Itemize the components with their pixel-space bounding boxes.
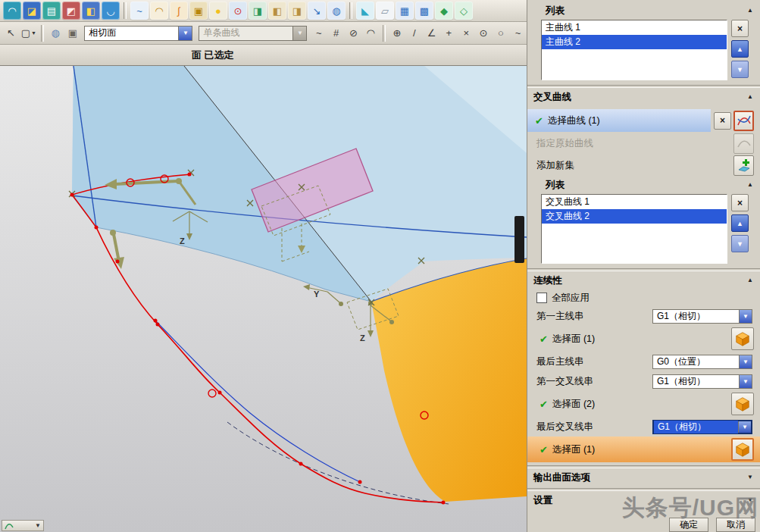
list-item-selected[interactable]: 交叉曲线 2 xyxy=(542,209,727,224)
collapse-arrow-icon[interactable]: ▲ xyxy=(744,92,756,102)
curve-mesh-icon[interactable]: ▩ xyxy=(415,2,433,20)
mesh-surface-icon[interactable]: ▦ xyxy=(396,2,414,20)
revolve-icon[interactable]: ◨ xyxy=(288,2,306,20)
four-point-surface-icon[interactable]: ◣ xyxy=(356,2,374,20)
move-down-button[interactable]: ▼ xyxy=(731,235,749,252)
svg-text:Z: Z xyxy=(180,236,185,246)
cross-curve-select-button[interactable] xyxy=(733,111,754,131)
deselect-curve-button[interactable]: × xyxy=(714,112,731,130)
select-face-3-row-active[interactable]: ✔ 选择面 (1) xyxy=(527,437,760,462)
surface-toolbar: ◠ ◪ ▤ ◩ ◧ ◡ ~ ◠ ∫ ▣ ● ⊙ ◨ ◧ ◨ ↘ ◍ ◣ ▱ ▦ … xyxy=(0,0,527,22)
chevron-down-icon[interactable]: ▼ xyxy=(739,310,752,323)
facet-body-icon[interactable]: ◇ xyxy=(455,2,473,20)
collapse-arrow-icon[interactable]: ▲ xyxy=(744,5,756,16)
follow-fillet-icon[interactable]: ◠ xyxy=(363,25,379,42)
remove-item-button[interactable]: × xyxy=(731,20,749,37)
move-up-button[interactable]: ▲ xyxy=(731,214,749,232)
extrude-icon[interactable]: ◧ xyxy=(268,2,286,20)
bridge-curve-icon[interactable]: ◠ xyxy=(150,2,168,20)
chevron-down-icon[interactable]: ▼ xyxy=(178,27,192,40)
select-face-1-button[interactable] xyxy=(731,327,754,350)
selection-toolbar: ↖ ▢▼ ◍ ▣ 相切面 ▼ 单条曲线 ▼ ~ # ⊘ ◠ ⊕ / ∠ + × … xyxy=(0,22,527,45)
primitive-block-icon[interactable]: ▣ xyxy=(189,2,208,20)
type-filter-combobox[interactable]: 相切面 ▼ xyxy=(84,26,192,41)
control-point-icon[interactable]: + xyxy=(441,25,457,42)
docked-bar-sliver[interactable] xyxy=(514,216,524,263)
ok-button[interactable]: 确定 xyxy=(669,518,708,532)
snap-point-icon[interactable]: ⊕ xyxy=(389,25,405,42)
swept-surface-icon[interactable]: ◪ xyxy=(23,2,41,20)
main-curve-list[interactable]: 主曲线 1 主曲线 2 xyxy=(541,20,727,80)
rectangle-select-icon[interactable]: ▢▼ xyxy=(20,25,37,42)
stop-at-intersection-icon[interactable]: ⊘ xyxy=(346,25,361,42)
single-curve-icon[interactable]: ~ xyxy=(311,25,327,42)
collapse-arrow-icon[interactable]: ▲ xyxy=(744,180,756,190)
guide-arrow-icon[interactable]: ↘ xyxy=(308,2,326,20)
section-title: 列表 xyxy=(546,179,565,192)
move-up-button[interactable]: ▲ xyxy=(731,40,749,58)
trimmed-sheet-icon[interactable]: ◩ xyxy=(62,2,80,20)
section-title: 连续性 xyxy=(533,274,562,287)
last-cross-combobox-focused[interactable]: G1（相切） ▼ xyxy=(652,420,752,434)
wireframe-box-icon[interactable]: ▣ xyxy=(65,25,81,42)
section-separator xyxy=(527,465,760,468)
intersection-point-icon[interactable]: × xyxy=(458,25,474,42)
selection-priority-icon[interactable]: ↖ xyxy=(3,25,19,42)
select-face-1-row: ✔ 选择面 (1) xyxy=(527,326,760,352)
select-curve-row: ✔ 选择曲线 (1) × xyxy=(527,109,760,132)
mini-curve-icon xyxy=(5,522,14,530)
check-icon: ✔ xyxy=(540,444,548,455)
cross-list-header: 列表 ▲ xyxy=(527,177,760,192)
datum-plane-icon[interactable]: ▱ xyxy=(376,2,394,20)
bounded-plane-icon[interactable]: ◍ xyxy=(327,2,346,20)
select-face-2-label: 选择面 (2) xyxy=(552,398,595,411)
expand-arrow-icon[interactable]: ▼ xyxy=(744,472,756,483)
shaded-display-icon[interactable]: ◍ xyxy=(48,25,64,42)
through-curves-icon[interactable]: ◠ xyxy=(3,2,21,20)
law-extension-icon[interactable]: ◡ xyxy=(102,2,120,20)
add-new-set-button[interactable] xyxy=(733,155,754,176)
select-curve-active-field[interactable]: ✔ 选择曲线 (1) xyxy=(527,109,711,132)
project-curve-icon[interactable]: ∫ xyxy=(170,2,188,20)
cancel-button[interactable]: 取消 xyxy=(716,518,755,532)
point-set-icon[interactable]: ⊙ xyxy=(229,2,247,20)
list-item-selected[interactable]: 主曲线 2 xyxy=(542,35,727,49)
move-down-button[interactable]: ▼ xyxy=(731,61,749,78)
select-curve-label: 选择曲线 (1) xyxy=(548,114,600,127)
apply-all-checkbox[interactable] xyxy=(536,293,547,303)
chevron-down-icon[interactable]: ▼ xyxy=(739,375,752,388)
select-face-2-button[interactable] xyxy=(731,393,754,415)
mid-point-icon[interactable]: ∠ xyxy=(424,25,439,42)
arc-center-icon[interactable]: ⊙ xyxy=(476,25,492,42)
swept-body-icon[interactable]: ◨ xyxy=(249,2,267,20)
add-set-icon xyxy=(737,158,752,173)
check-icon: ✔ xyxy=(540,333,548,345)
expand-arrow-icon[interactable]: ▼ xyxy=(744,495,756,505)
last-primary-combobox[interactable]: G0（位置） ▼ xyxy=(652,355,752,369)
offset-surface-icon[interactable]: ◧ xyxy=(82,2,100,20)
chevron-down-icon[interactable]: ▼ xyxy=(739,355,752,368)
collapse-arrow-icon[interactable]: ▲ xyxy=(744,275,756,286)
list-buttons: × ▲ ▼ xyxy=(731,20,749,78)
point-on-curve-icon[interactable]: ~ xyxy=(510,25,526,42)
list-item[interactable]: 交叉曲线 1 xyxy=(542,195,727,209)
graphics-viewport[interactable]: Z Y Z xyxy=(0,66,527,532)
end-point-icon[interactable]: / xyxy=(406,25,422,42)
n-sided-surface-icon[interactable]: ◆ xyxy=(435,2,453,20)
svg-text:Y: Y xyxy=(314,289,320,299)
select-face-3-button[interactable] xyxy=(731,438,754,461)
remove-item-button[interactable]: × xyxy=(731,194,749,211)
select-face-1-label: 选择面 (1) xyxy=(552,333,595,346)
sphere-icon[interactable]: ● xyxy=(209,2,227,20)
chevron-down-icon[interactable]: ▼ xyxy=(738,421,751,433)
viewport-mini-dropdown[interactable]: ▼ xyxy=(2,520,44,531)
ruled-surface-icon[interactable]: ▤ xyxy=(42,2,61,20)
viewport-canvas: Z Y Z xyxy=(0,66,527,532)
list-item[interactable]: 主曲线 1 xyxy=(542,20,727,35)
quadrant-point-icon[interactable]: ○ xyxy=(493,25,508,42)
chain-within-feature-icon[interactable]: # xyxy=(328,25,344,42)
first-cross-combobox[interactable]: G1（相切） ▼ xyxy=(652,374,752,389)
studio-spline-icon[interactable]: ~ xyxy=(130,2,149,20)
cross-curve-list[interactable]: 交叉曲线 1 交叉曲线 2 xyxy=(541,194,727,264)
first-primary-combobox[interactable]: G1（相切） ▼ xyxy=(652,309,752,324)
